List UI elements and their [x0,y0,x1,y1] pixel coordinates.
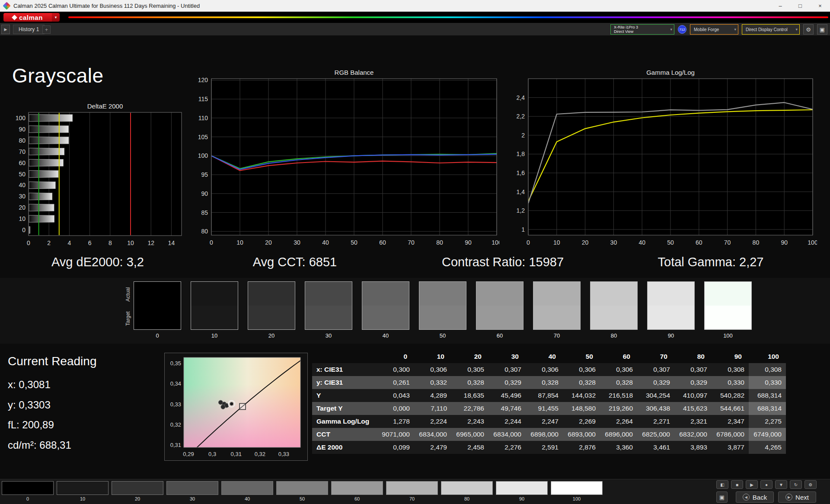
svg-text:2,4: 2,4 [517,94,525,101]
grayscale-swatch-50 [419,281,466,330]
patch-color [331,481,383,495]
add-history-button[interactable]: + [42,26,51,34]
swatch-target [362,306,409,329]
patch-button-90[interactable]: 90 [496,481,548,503]
table-cell: 0,330 [749,376,786,389]
patch-color [551,481,603,495]
record-button[interactable]: ● [760,480,773,489]
svg-text:105: 105 [198,134,208,140]
patch-label: 80 [441,496,493,501]
table-cell: 4,265 [749,441,786,454]
svg-text:70: 70 [724,239,731,246]
next-label: Next [795,494,809,501]
meter-dropdown[interactable]: X-Rite i1Pro 3 Direct View ▾ [610,24,674,35]
source-dropdown[interactable]: Mobile Forge ▾ [690,24,738,35]
patch-button-40[interactable]: 40 [221,481,273,503]
swatch-target [591,306,637,329]
patch-button-80[interactable]: 80 [441,481,493,503]
svg-text:50: 50 [667,239,674,246]
col-header-90: 90 [712,350,749,363]
svg-text:100: 100 [198,152,208,159]
patch-color [386,481,438,495]
maximize-button[interactable]: □ [790,0,810,12]
patch-button-50[interactable]: 50 [276,481,328,503]
svg-text:30: 30 [294,239,300,246]
meter-profile-button[interactable]: ◧ [716,480,728,489]
table-cell: 2,275 [749,415,786,428]
table-cell: 0,300 [377,363,414,376]
table-row: Gamma Log/Log1,2782,2242,2432,2442,2472,… [312,415,786,428]
col-header-100: 100 [749,350,786,363]
col-header-70: 70 [637,350,674,363]
svg-text:1,8: 1,8 [517,150,525,157]
table-cell: 2,347 [712,415,749,428]
svg-text:1: 1 [521,226,525,233]
svg-text:0,33: 0,33 [170,401,181,408]
table-cell: 0,307 [488,363,526,376]
patch-label: 70 [386,496,438,501]
patch-button-60[interactable]: 60 [331,481,383,503]
patch-button-100[interactable]: 100 [551,481,603,503]
patch-color [496,481,548,495]
table-cell: 0,099 [377,441,414,454]
workspace-layout-button[interactable]: ▣ [817,24,827,35]
svg-text:2,2: 2,2 [517,113,525,120]
patch-window-button[interactable]: ▣ [716,491,728,503]
swatch-target [191,306,238,329]
continuous-read-button[interactable]: ↻ [790,480,802,489]
patch-button-0[interactable]: 0 [2,481,54,503]
calman-logo[interactable]: calman [3,13,52,22]
swatch-actual [533,282,580,306]
minimize-button[interactable]: – [770,0,790,12]
swatch-label-20: 20 [248,332,295,339]
svg-text:115: 115 [198,96,208,102]
patch-color [441,481,493,495]
svg-text:0,31: 0,31 [170,442,181,448]
col-header-50: 50 [563,350,600,363]
svg-text:10: 10 [127,239,134,246]
patch-button-10[interactable]: 10 [57,481,109,503]
row-label: y: CIE31 [312,376,377,389]
grayscale-swatch-20 [248,281,295,330]
main-menu-button[interactable]: ▾ [52,13,60,22]
display-control-dropdown[interactable]: Direct Display Control ▾ [742,24,800,35]
table-cell: 6834,000 [414,428,451,441]
grayscale-swatch-100 [704,281,752,330]
rgb-balance-chart: RGB Balance01020304050607080901008085909… [192,68,499,250]
table-row: CCT9071,0006834,0006965,0006834,0006898,… [312,428,786,441]
table-cell: 0,306 [600,363,637,376]
settings-gear-button[interactable]: ⚙ [803,24,814,35]
next-button[interactable]: ▶ Next [778,491,816,503]
back-button[interactable]: ◀ Back [736,491,774,503]
results-table-grid: 0102030405060708090100x: CIE310,3000,306… [312,350,786,454]
tab-history-1[interactable]: History 1 [13,25,45,34]
svg-text:40: 40 [638,239,645,246]
stop-button[interactable]: ■ [731,480,743,489]
patch-button-20[interactable]: 20 [112,481,163,503]
swatch-actual [134,282,181,306]
settings-button[interactable]: ⚙ [804,480,817,489]
swatch-actual [419,282,466,306]
contrast-ratio-stat: Contrast Ratio: 15987 [442,255,564,269]
patch-color [57,481,109,495]
grayscale-swatch-40 [362,281,409,330]
svg-text:0,34: 0,34 [170,380,181,387]
swatch-target [705,306,751,329]
history-panel-toggle[interactable]: ▶ [1,25,10,34]
patch-button-70[interactable]: 70 [386,481,438,503]
patch-button-30[interactable]: 30 [166,481,218,503]
save-button[interactable]: ▼ [775,480,787,489]
logo-bar: calman ▾ [0,12,830,23]
svg-text:RGB Balance: RGB Balance [335,69,374,76]
svg-text:50: 50 [19,171,26,178]
table-cell: 0,043 [377,389,414,402]
meter-name: X-Rite i1Pro 3 [614,25,638,29]
table-cell: 0,328 [451,376,488,389]
swatch-label-10: 10 [191,332,238,339]
svg-text:2: 2 [521,132,525,139]
play-button[interactable]: ▶ [746,480,758,489]
table-cell: 0,306 [414,363,451,376]
table-cell: 1,278 [377,415,414,428]
table-cell: 2,224 [414,415,451,428]
close-button[interactable]: × [810,0,830,12]
